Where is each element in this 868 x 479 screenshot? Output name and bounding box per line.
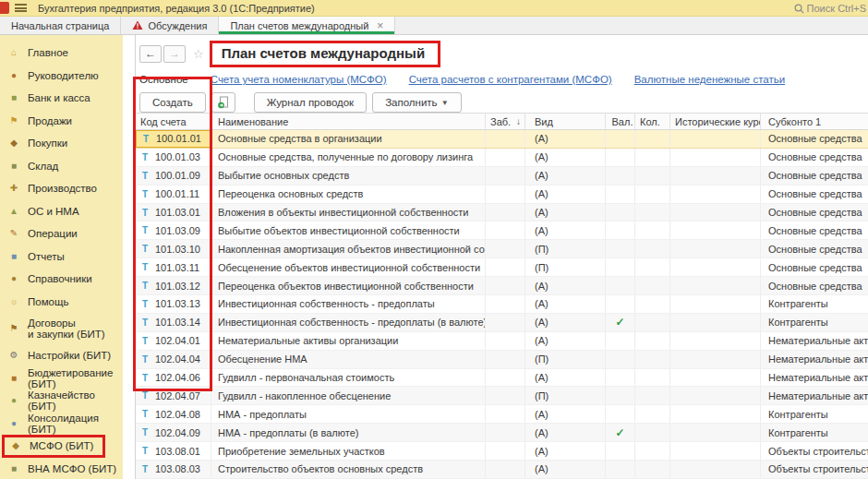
nav-link-main[interactable]: Основное — [139, 74, 188, 85]
table-row[interactable]: Т102.04.09НМА - предоплаты (в валюте)(А)… — [136, 424, 868, 442]
cell-currency — [606, 167, 635, 185]
table-row[interactable]: Т103.08.03Строительство объектов основны… — [136, 461, 868, 479]
sidebar-item-label: Консолидация (БИТ) — [28, 413, 123, 435]
sidebar-item-bank-cash[interactable]: ■Банк и касса — [0, 87, 123, 110]
fill-button[interactable]: Заполнить ▼ — [372, 92, 461, 113]
sidebar-item-main[interactable]: ⌂Главное — [0, 42, 123, 65]
cell-kind: (А) — [525, 461, 606, 478]
column-header-4[interactable]: Вал. — [606, 114, 635, 129]
cell-currency — [606, 130, 635, 148]
warehouse-icon: ■ — [8, 161, 19, 172]
content-panel: ← → ☆ План счетов международный Основное… — [135, 35, 868, 479]
sidebar-item-manager[interactable]: ●Руководителю — [0, 65, 123, 88]
column-header-5[interactable]: Кол. — [635, 114, 670, 129]
sidebar-item-label: Отчеты — [28, 251, 65, 262]
column-header-2[interactable]: Заб.↓ — [486, 114, 525, 129]
forward-button[interactable]: → — [163, 45, 186, 63]
nav-link-nomenclature-accounts[interactable]: Счета учета номенклатуры (МСФО) — [211, 74, 387, 85]
table-row[interactable]: Т101.03.12Переоценка объектов инвестицио… — [136, 277, 868, 295]
cell-subconto1: Контрагенты — [761, 424, 868, 441]
cell-currency — [606, 277, 635, 294]
create-button[interactable]: Создать — [139, 92, 206, 113]
chevron-down-icon: ▼ — [441, 99, 449, 107]
sidebar-item-warehouse[interactable]: ■Склад — [0, 155, 123, 178]
journal-button[interactable]: Журнал проводок — [254, 92, 367, 113]
cell-code: Т101.03.01 — [136, 204, 211, 222]
sidebar-item-consolidation-bit[interactable]: ●Консолидация (БИТ) — [0, 413, 123, 436]
table-row[interactable]: Т101.03.13Инвестиционная собственность -… — [136, 295, 868, 314]
account-code: 103.08.01 — [155, 446, 200, 457]
table-row[interactable]: Т100.01.03Основные средства, полученные … — [136, 149, 868, 167]
sidebar-item-label: Настройки (БИТ) — [28, 350, 111, 361]
cell-offbalance — [486, 442, 525, 460]
table-row[interactable]: Т101.03.14Инвестиционная собственность -… — [136, 314, 868, 332]
cell-offbalance — [486, 222, 525, 239]
sidebar-item-msfo-bit[interactable]: ◆МСФО (БИТ) — [2, 435, 105, 458]
cell-subconto1: Нематериальные активы — [761, 332, 868, 350]
sidebar-item-label: Банк и касса — [28, 92, 90, 103]
sidebar-item-operations[interactable]: ✎Операции — [0, 222, 123, 245]
favorite-star-icon[interactable]: ☆ — [193, 47, 204, 61]
cell-quantity — [635, 424, 670, 441]
sidebar-item-settings-bit[interactable]: ⚙Настройки (БИТ) — [0, 344, 123, 367]
tab-home[interactable]: Начальная страница — [0, 17, 121, 34]
sidebar-item-sales[interactable]: ⚑Продажи — [0, 110, 123, 133]
column-header-1[interactable]: Наименование — [211, 114, 486, 129]
global-search[interactable]: Поиск Ctrl+S — [794, 0, 868, 17]
table-row[interactable]: Т100.01.01Основные средства в организаци… — [136, 130, 868, 149]
table-row[interactable]: Т101.03.11Обесценение объектов инвестици… — [136, 258, 868, 277]
table-row[interactable]: Т101.03.10Накопленная амортизация объект… — [136, 240, 868, 258]
cell-code: Т101.03.10 — [136, 240, 211, 257]
table-row[interactable]: Т102.04.01Нематериальные активы организа… — [136, 332, 868, 351]
help-icon: ☼ — [8, 296, 19, 307]
table-row[interactable]: Т101.03.01Вложения в объекты инвестицион… — [136, 204, 868, 222]
back-button[interactable]: ← — [139, 45, 162, 63]
cell-quantity — [635, 149, 670, 166]
sidebar-item-help[interactable]: ☼Помощь — [0, 291, 123, 314]
table-row[interactable]: Т100.01.11Переоценка основных средств(А)… — [136, 186, 868, 204]
sidebar-item-treasury-bit[interactable]: ●Казначейство (БИТ) — [0, 389, 123, 413]
vna-msfo-bit-icon: ■ — [8, 463, 19, 474]
manager-icon: ● — [8, 70, 19, 81]
create-copy-button[interactable] — [211, 92, 235, 113]
sidebar-item-reports[interactable]: ■Отчеты — [0, 245, 123, 269]
table-row[interactable]: Т102.04.08НМА - предоплаты(А)Контрагенты — [136, 405, 868, 424]
table-row[interactable]: Т103.08.01Приобретение земельных участко… — [136, 442, 868, 461]
sidebar-item-budgeting-bit[interactable]: ■Бюджетирование (БИТ) — [0, 367, 123, 390]
tab-discussions[interactable]: Обсуждения — [121, 17, 219, 34]
cell-code: Т101.03.09 — [136, 222, 211, 239]
cell-name: Инвестиционная собственность - предоплат… — [211, 314, 486, 331]
cell-offbalance — [486, 258, 525, 276]
table-row[interactable]: Т102.04.06Гудвилл - первоначальная стоим… — [136, 369, 868, 388]
sidebar-item-contracts-bit[interactable]: ⚑Договоры и закупки (БИТ) — [0, 313, 123, 344]
cell-name: Накопленная амортизация объектов инвести… — [211, 240, 486, 257]
page-title: План счетов международный — [222, 45, 425, 61]
table-row[interactable]: Т100.01.09Выбытие основных средств(А)Осн… — [136, 167, 868, 186]
sidebar-item-directories[interactable]: ●Справочники — [0, 268, 123, 291]
cell-kind: (А) — [525, 332, 606, 350]
sidebar-item-production[interactable]: ✚Производство — [0, 177, 123, 200]
table-row[interactable]: Т102.04.07Гудвилл - накопленное обесцене… — [136, 387, 868, 405]
cell-quantity — [635, 258, 670, 276]
cell-offbalance — [486, 130, 525, 148]
nav-link-currency-items[interactable]: Валютные неденежные статьи — [634, 74, 785, 85]
cell-name: Переоценка объектов инвестиционной собст… — [211, 277, 486, 294]
tab-chart-of-accounts[interactable]: План счетов международный × — [219, 17, 395, 34]
close-tab-icon[interactable]: × — [377, 19, 383, 32]
sidebar-item-os-nma[interactable]: ▲ОС и НМА — [0, 200, 123, 223]
cell-code: Т100.01.03 — [136, 149, 211, 166]
cell-kind: (А) — [525, 204, 606, 222]
sidebar-item-vna-msfo-bit[interactable]: ■ВНА МСФО (БИТ) — [0, 458, 123, 479]
column-header-3[interactable]: Вид — [525, 114, 606, 129]
column-header-0[interactable]: Код счета — [136, 114, 211, 129]
table-row[interactable]: Т102.04.04Обесценение НМА(П)Нематериальн… — [136, 351, 868, 369]
main-menu-icon[interactable] — [15, 4, 27, 12]
annotation-box-title: План счетов международный — [210, 41, 440, 67]
sidebar-item-purchases[interactable]: ◆Покупки — [0, 132, 123, 155]
sidebar-item-label: Справочники — [28, 273, 92, 284]
column-header-7[interactable]: Субконто 1 — [761, 114, 868, 129]
cell-subconto1: Основные средства — [761, 130, 868, 148]
table-row[interactable]: Т101.03.09Выбытие объектов инвестиционно… — [136, 222, 868, 240]
nav-link-counterparty-accounts[interactable]: Счета расчетов с контрагентами (МСФО) — [409, 74, 612, 85]
column-header-6[interactable]: Исторические курсы — [670, 114, 761, 129]
